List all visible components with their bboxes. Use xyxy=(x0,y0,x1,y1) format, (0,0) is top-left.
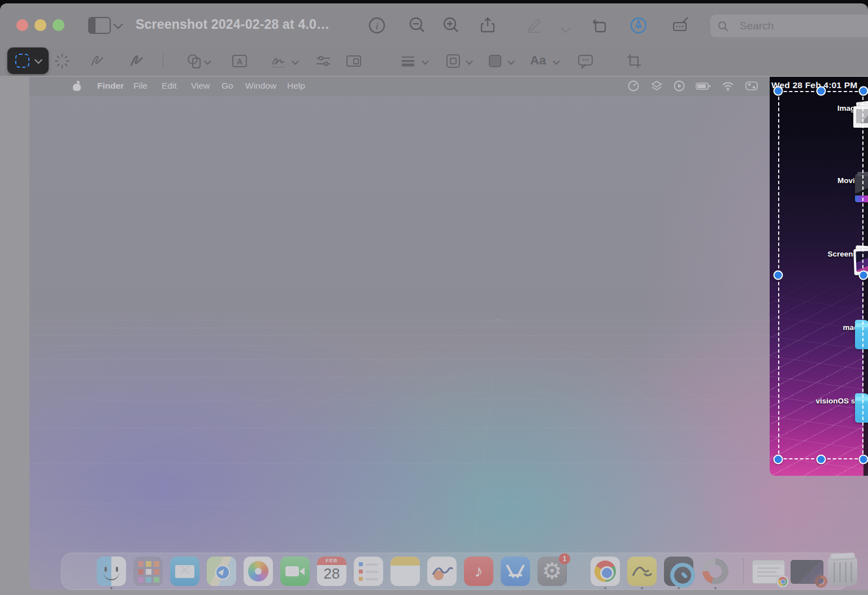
line-weight-chevron-icon[interactable] xyxy=(422,58,429,65)
titlebar: Screenshot 2024-02-28 at 4.0… i xyxy=(0,3,868,46)
frame-style-icon[interactable] xyxy=(345,52,363,70)
signature-chevron-icon[interactable] xyxy=(292,58,299,65)
sketch-tool-icon[interactable] xyxy=(88,52,106,70)
appstore-a-bar xyxy=(509,574,522,576)
window-title: Screenshot 2024-02-28 at 4.0… xyxy=(136,17,329,32)
rectangular-selection-icon xyxy=(15,54,29,68)
rotate-left-icon[interactable] xyxy=(590,16,609,35)
selection-handle-middle-right[interactable] xyxy=(859,271,868,280)
status-gauge-icon[interactable] xyxy=(627,80,640,94)
battery-icon[interactable] xyxy=(695,80,712,94)
dock-launchpad-icon[interactable] xyxy=(133,557,163,586)
selection-tool-button[interactable] xyxy=(7,47,49,74)
menu-edit[interactable]: Edit xyxy=(162,81,177,91)
menu-file[interactable]: File xyxy=(133,81,147,91)
control-center-icon[interactable] xyxy=(745,80,758,94)
zoom-out-icon[interactable] xyxy=(407,16,427,35)
annotate-pencil-icon[interactable] xyxy=(524,16,544,35)
selection-handle-bottom-middle[interactable] xyxy=(817,455,826,464)
selection-handle-top-middle[interactable] xyxy=(817,86,826,96)
dock-quicktime-icon[interactable] xyxy=(664,557,693,586)
selection-handle-middle-left[interactable] xyxy=(774,271,783,280)
sidebar-chevron-down-icon[interactable] xyxy=(114,20,123,29)
dock-mail-icon[interactable] xyxy=(170,557,199,586)
dock: FEB 28 ♪ ⚙1 xyxy=(61,553,849,590)
dock-appstore-icon[interactable] xyxy=(501,557,530,586)
wallpaper-grid xyxy=(29,77,868,590)
shapes-tool-icon[interactable] xyxy=(185,52,203,70)
info-icon[interactable]: i xyxy=(367,16,387,35)
fill-color-chevron-icon[interactable] xyxy=(507,58,515,65)
running-indicator-dot xyxy=(110,587,112,589)
dock-basecamp-icon[interactable] xyxy=(627,557,657,586)
selection-handle-bottom-right[interactable] xyxy=(859,455,868,464)
dock-divider xyxy=(743,558,744,585)
settings-badge: 1 xyxy=(559,553,570,564)
zoom-in-icon[interactable] xyxy=(441,16,461,35)
menu-finder[interactable]: Finder xyxy=(97,81,124,91)
sidebar-toggle-icon[interactable] xyxy=(88,17,111,34)
selection-handle-top-left[interactable] xyxy=(774,86,783,96)
menu-view[interactable]: View xyxy=(191,81,210,91)
chrome-badge-icon xyxy=(776,575,789,588)
close-window-button[interactable] xyxy=(16,19,28,31)
border-color-chevron-icon[interactable] xyxy=(466,58,473,65)
dock-music-icon[interactable]: ♪ xyxy=(464,557,493,586)
dock-settings-icon[interactable]: ⚙1 xyxy=(537,557,567,586)
apple-menu-icon[interactable] xyxy=(73,81,81,91)
gear-icon: ⚙ xyxy=(542,558,562,583)
text-tool-icon[interactable]: A xyxy=(231,52,249,70)
line-weight-icon[interactable] xyxy=(399,52,417,70)
share-icon[interactable] xyxy=(478,16,497,35)
text-style-chevron-icon[interactable] xyxy=(553,58,560,65)
fullscreen-window-button[interactable] xyxy=(53,19,64,31)
menu-go[interactable]: Go xyxy=(222,81,233,91)
dock-photos-icon[interactable] xyxy=(244,557,273,586)
dock-minimized-dark-window[interactable] xyxy=(791,560,823,584)
wifi-icon[interactable] xyxy=(721,80,735,94)
dock-minimized-chrome-window[interactable] xyxy=(752,560,785,584)
menu-help[interactable]: Help xyxy=(287,81,305,91)
menu-window[interactable]: Window xyxy=(245,81,276,91)
running-indicator-dot xyxy=(641,587,643,589)
status-play-icon[interactable] xyxy=(673,80,685,94)
dock-reminders-icon[interactable] xyxy=(354,557,383,586)
annotate-chevron-down-icon[interactable] xyxy=(561,24,571,33)
annotation-bubble-icon[interactable] xyxy=(576,52,594,70)
draw-tool-icon[interactable] xyxy=(128,52,146,70)
crop-tool-icon[interactable] xyxy=(625,52,643,70)
dock-chrome-icon[interactable] xyxy=(591,557,620,586)
dock-capture-ring-icon[interactable] xyxy=(701,557,730,586)
text-annotation-icon[interactable] xyxy=(671,16,691,35)
search-input[interactable] xyxy=(710,15,868,37)
signature-tool-icon[interactable] xyxy=(270,52,288,70)
dock-finder-icon[interactable] xyxy=(97,557,126,586)
dock-facetime-icon[interactable] xyxy=(280,557,310,586)
markup-toolbar: A Aa xyxy=(0,46,868,76)
shapes-chevron-icon[interactable] xyxy=(204,58,211,65)
window-badge-icon xyxy=(815,575,827,588)
dock-notes-icon[interactable] xyxy=(390,557,420,586)
dock-trash-icon[interactable] xyxy=(828,557,857,586)
markup-toolbar-toggle-icon[interactable] xyxy=(629,16,648,35)
svg-text:A: A xyxy=(237,57,242,66)
dock-calendar-icon[interactable]: FEB 28 xyxy=(317,557,346,586)
calendar-month-label: FEB xyxy=(317,557,346,565)
selection-handle-top-right[interactable] xyxy=(859,86,868,96)
svg-text:i: i xyxy=(376,21,379,32)
text-style-button[interactable]: Aa xyxy=(530,53,546,68)
border-color-icon[interactable] xyxy=(444,52,462,70)
adjust-sliders-icon[interactable] xyxy=(314,52,332,70)
document-canvas: Finder File Edit View Go Window Help xyxy=(0,76,868,595)
toolbar-divider xyxy=(163,53,163,69)
running-indicator-dot xyxy=(678,587,680,589)
dock-freeform-icon[interactable] xyxy=(427,557,457,586)
fill-color-icon[interactable] xyxy=(486,52,504,70)
selection-handle-bottom-left[interactable] xyxy=(774,455,783,464)
screenshot-image[interactable]: Finder File Edit View Go Window Help xyxy=(29,77,868,590)
instant-alpha-wand-icon[interactable] xyxy=(53,52,71,70)
status-stacks-icon[interactable] xyxy=(650,80,663,94)
selection-marquee[interactable] xyxy=(778,91,863,459)
dock-maps-icon[interactable] xyxy=(207,557,236,586)
minimize-window-button[interactable] xyxy=(34,19,46,31)
